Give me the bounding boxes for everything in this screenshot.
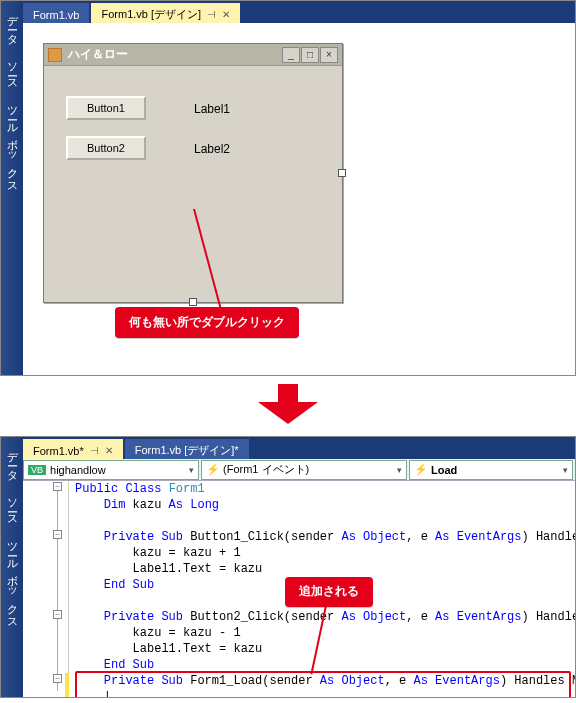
chevron-down-icon[interactable]: ▾ <box>189 465 194 475</box>
side-toolstrip: データ ソース ツールボックス <box>1 437 23 697</box>
object-combo[interactable]: ⚡ (Form1 イベント) ▾ <box>201 460 407 480</box>
code-line: Private Sub Form1_Load(sender As Object,… <box>75 673 575 689</box>
tab-form1-designer[interactable]: Form1.vb [デザイン]* <box>125 439 249 459</box>
tab-form1-code[interactable]: Form1.vb* ⊣ ✕ <box>23 439 123 459</box>
combo-text: (Form1 イベント) <box>223 462 309 477</box>
side-toolstrip: データ ソース ツールボックス <box>1 1 23 375</box>
code-gutter: − − − − <box>23 481 69 697</box>
form-icon <box>48 48 62 62</box>
code-line: Private Sub Button1_Click(sender As Obje… <box>75 529 575 545</box>
bolt-icon: ⚡ <box>206 463 220 476</box>
chevron-down-icon[interactable]: ▾ <box>563 465 568 475</box>
document-tabs-bottom: Form1.vb* ⊣ ✕ Form1.vb [デザイン]* <box>23 437 575 459</box>
tab-label: Form1.vb* <box>33 445 84 457</box>
maximize-button[interactable]: □ <box>301 47 319 63</box>
combo-text: highandlow <box>50 464 106 476</box>
sidetab-toolbox[interactable]: ツールボックス <box>5 99 20 190</box>
pin-icon[interactable]: ⊣ <box>90 445 99 456</box>
event-combo[interactable]: ⚡ Load ▾ <box>409 460 573 480</box>
form-titlebar: ハイ＆ロー _ □ × <box>44 44 342 66</box>
fold-guideline <box>57 491 58 691</box>
callout-added: 追加される <box>285 577 373 607</box>
code-line: kazu = kazu - 1 <box>75 625 575 641</box>
code-panel: データ ソース ツールボックス Form1.vb* ⊣ ✕ Form1.vb [… <box>0 436 576 698</box>
class-combo[interactable]: VB highandlow ▾ <box>23 460 199 480</box>
tab-form1-designer[interactable]: Form1.vb [デザイン] ⊣ ✕ <box>91 3 240 23</box>
fold-toggle[interactable]: − <box>53 610 62 619</box>
tab-label: Form1.vb [デザイン] <box>101 7 201 22</box>
code-line: End Sub <box>75 657 575 673</box>
form-preview[interactable]: ハイ＆ロー _ □ × Button1 Button2 Label1 Label… <box>43 43 343 303</box>
sidetab-datasource[interactable]: データ ソース <box>5 445 20 523</box>
close-button[interactable]: × <box>320 47 338 63</box>
label2[interactable]: Label2 <box>194 142 230 156</box>
minimize-button[interactable]: _ <box>282 47 300 63</box>
down-arrow-icon <box>258 384 318 428</box>
code-line: | <box>75 689 575 697</box>
code-line <box>75 513 575 529</box>
member-selector-row: VB highandlow ▾ ⚡ (Form1 イベント) ▾ ⚡ Load … <box>23 459 575 481</box>
designer-surface[interactable]: ハイ＆ロー _ □ × Button1 Button2 Label1 Label… <box>23 23 575 375</box>
button2[interactable]: Button2 <box>66 136 146 160</box>
sidetab-toolbox[interactable]: ツールボックス <box>5 535 20 626</box>
button1[interactable]: Button1 <box>66 96 146 120</box>
chevron-down-icon[interactable]: ▾ <box>397 465 402 475</box>
callout-doubleclick: 何も無い所でダブルクリック <box>115 307 299 338</box>
combo-text: Load <box>431 464 457 476</box>
code-line: Dim kazu As Long <box>75 497 575 513</box>
designer-panel: データ ソース ツールボックス Form1.vb Form1.vb [デザイン]… <box>0 0 576 376</box>
pin-icon[interactable]: ⊣ <box>207 9 216 20</box>
label1[interactable]: Label1 <box>194 102 230 116</box>
code-line: Public Class Form1 <box>75 481 575 497</box>
code-line: Label1.Text = kazu <box>75 641 575 657</box>
close-icon[interactable]: ✕ <box>105 445 113 456</box>
form-client-area[interactable]: Button1 Button2 Label1 Label2 <box>44 66 342 302</box>
window-buttons: _ □ × <box>282 47 338 63</box>
form-title: ハイ＆ロー <box>68 46 282 63</box>
document-tabs-top: Form1.vb Form1.vb [デザイン] ⊣ ✕ <box>23 1 575 23</box>
bolt-icon: ⚡ <box>414 463 428 476</box>
tab-label: Form1.vb [デザイン]* <box>135 443 239 458</box>
code-line: kazu = kazu + 1 <box>75 545 575 561</box>
fold-toggle[interactable]: − <box>53 482 62 491</box>
fold-toggle[interactable]: − <box>53 674 62 683</box>
tab-form1-code[interactable]: Form1.vb <box>23 3 89 23</box>
code-line: Label1.Text = kazu <box>75 561 575 577</box>
vb-badge-icon: VB <box>28 465 46 475</box>
fold-toggle[interactable]: − <box>53 530 62 539</box>
sidetab-datasource[interactable]: データ ソース <box>5 9 20 87</box>
close-icon[interactable]: ✕ <box>222 9 230 20</box>
tab-label: Form1.vb <box>33 9 79 21</box>
code-editor[interactable]: − − − − Public Class Form1 Dim kazu As L… <box>23 481 575 697</box>
